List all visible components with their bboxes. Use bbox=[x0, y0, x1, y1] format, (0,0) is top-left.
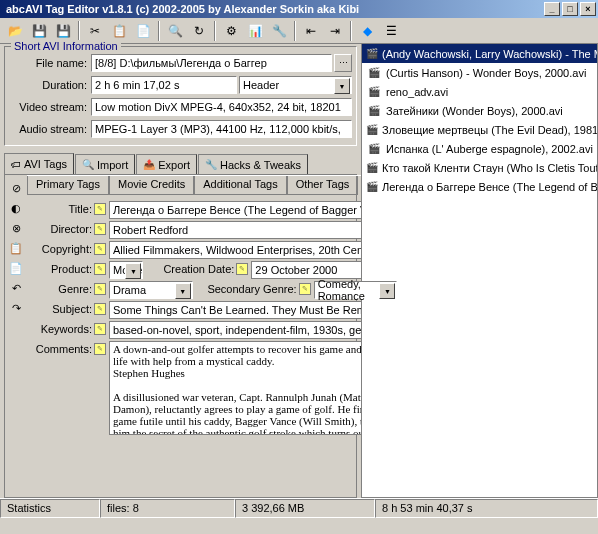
dirty-icon: ✎ bbox=[299, 283, 311, 295]
minimize-button[interactable]: _ bbox=[544, 2, 560, 16]
side-btn-4[interactable]: 📋 bbox=[7, 239, 25, 257]
status-files: files: 8 bbox=[100, 499, 235, 518]
file-list-dropdown[interactable]: 🎬(Andy Wachowski, Larry Wachowski) - The… bbox=[361, 44, 598, 498]
find-icon[interactable]: 🔍 bbox=[164, 20, 186, 42]
subtab-additional[interactable]: Additional Tags bbox=[194, 176, 286, 195]
hacks-icon: 🔧 bbox=[205, 159, 217, 170]
side-toolbar: ⊘ ◐ ⊗ 📋 📄 ↶ ↷ bbox=[5, 175, 27, 497]
open-icon[interactable]: 📂 bbox=[4, 20, 26, 42]
duration-label: Duration: bbox=[9, 79, 91, 91]
video-stream-label: Video stream: bbox=[9, 101, 91, 113]
list-item[interactable]: 🎬Кто такой Кленти Стаун (Who Is Cletis T… bbox=[362, 158, 597, 177]
keywords-input[interactable] bbox=[109, 321, 397, 339]
film-icon: 🎬 bbox=[366, 85, 382, 99]
tag-icon: 🏷 bbox=[11, 159, 21, 170]
side-btn-2[interactable]: ◐ bbox=[7, 199, 25, 217]
status-duration: 8 h 53 min 40,37 s bbox=[375, 499, 598, 518]
maximize-button[interactable]: □ bbox=[562, 2, 578, 16]
subtab-movie[interactable]: Movie Credits bbox=[109, 176, 194, 195]
status-size: 3 392,66 MB bbox=[235, 499, 375, 518]
title-input[interactable] bbox=[109, 201, 397, 219]
side-btn-7[interactable]: ↷ bbox=[7, 299, 25, 317]
avi-info-group: Short AVI Information File name: ⋯ Durat… bbox=[4, 46, 357, 146]
dirty-icon: ✎ bbox=[94, 283, 106, 295]
prev-icon[interactable]: ⇤ bbox=[300, 20, 322, 42]
comments-textarea[interactable]: A down-and-out golfer attempts to recove… bbox=[109, 341, 397, 435]
list-item[interactable]: 🎬(Andy Wachowski, Larry Wachowski) - The… bbox=[362, 44, 597, 63]
dirty-icon: ✎ bbox=[94, 203, 106, 215]
list-item[interactable]: 🎬Испанка (L' Auberge espagnole), 2002.av… bbox=[362, 139, 597, 158]
list-item[interactable]: 🎬(Curtis Hanson) - Wonder Boys, 2000.avi bbox=[362, 63, 597, 82]
product-combo[interactable]: Movie bbox=[109, 261, 143, 279]
primary-tags-form: Title:✎ Director:✎ Copyright:✎ Product:✎… bbox=[27, 195, 401, 497]
film-icon: 🎬 bbox=[366, 180, 378, 194]
list-item[interactable]: 🎬reno_adv.avi bbox=[362, 82, 597, 101]
status-label: Statistics bbox=[0, 499, 100, 518]
main-tabstrip: 🏷AVI Tags 🔍Import 📤Export 🔧Hacks & Tweak… bbox=[4, 150, 357, 174]
avi-info-legend: Short AVI Information bbox=[11, 40, 121, 52]
tab-hacks[interactable]: 🔧Hacks & Tweaks bbox=[198, 154, 308, 174]
film-icon: 🎬 bbox=[366, 161, 378, 175]
film-icon: 🎬 bbox=[366, 66, 382, 80]
window-title: abcAVI Tag Editor v1.8.1 (c) 2002-2005 b… bbox=[2, 3, 542, 15]
subtab-other[interactable]: Other Tags bbox=[287, 176, 359, 195]
list-icon[interactable]: ☰ bbox=[380, 20, 402, 42]
refresh-icon[interactable]: ↻ bbox=[188, 20, 210, 42]
secondary-genre-label: Secondary Genre: bbox=[193, 281, 298, 295]
file-name-input[interactable] bbox=[91, 54, 332, 72]
tool1-icon[interactable]: ⚙ bbox=[220, 20, 242, 42]
dirty-icon: ✎ bbox=[94, 323, 106, 335]
creation-date-label: Creation Date: bbox=[143, 261, 235, 275]
genre-combo[interactable]: Drama bbox=[109, 281, 193, 299]
browse-button[interactable]: ⋯ bbox=[334, 54, 352, 72]
title-bar: abcAVI Tag Editor v1.8.1 (c) 2002-2005 b… bbox=[0, 0, 598, 18]
tool2-icon[interactable]: 📊 bbox=[244, 20, 266, 42]
tool3-icon[interactable]: 🔧 bbox=[268, 20, 290, 42]
side-btn-3[interactable]: ⊗ bbox=[7, 219, 25, 237]
audio-stream-input[interactable] bbox=[91, 120, 352, 138]
duration-source-combo[interactable]: Header bbox=[239, 76, 352, 94]
save-all-icon[interactable]: 💾 bbox=[52, 20, 74, 42]
tab-avi-tags[interactable]: 🏷AVI Tags bbox=[4, 153, 74, 175]
file-name-label: File name: bbox=[9, 57, 91, 69]
film-icon: 🎬 bbox=[366, 104, 382, 118]
comments-label: Comments: bbox=[31, 341, 93, 355]
duration-input[interactable] bbox=[91, 76, 237, 94]
video-stream-input[interactable] bbox=[91, 98, 352, 116]
copy-icon[interactable]: 📋 bbox=[108, 20, 130, 42]
status-bar: Statistics files: 8 3 392,66 MB 8 h 53 m… bbox=[0, 498, 598, 518]
export-icon: 📤 bbox=[143, 159, 155, 170]
list-item[interactable]: 🎬Зловещие мертвецы (The Evil Dead), 1981… bbox=[362, 120, 597, 139]
copyright-label: Copyright: bbox=[31, 241, 93, 255]
subtab-primary[interactable]: Primary Tags bbox=[27, 176, 109, 195]
film-icon: 🎬 bbox=[366, 123, 378, 137]
subject-input[interactable] bbox=[109, 301, 397, 319]
save-icon[interactable]: 💾 bbox=[28, 20, 50, 42]
list-item[interactable]: 🎬Легенда о Баггере Венсе (The Legend of … bbox=[362, 177, 597, 196]
paste-icon[interactable]: 📄 bbox=[132, 20, 154, 42]
dirty-icon: ✎ bbox=[94, 223, 106, 235]
dirty-icon: ✎ bbox=[94, 343, 106, 355]
audio-stream-label: Audio stream: bbox=[9, 123, 91, 135]
import-icon: 🔍 bbox=[82, 159, 94, 170]
film-icon: 🎬 bbox=[366, 142, 382, 156]
tab-import[interactable]: 🔍Import bbox=[75, 154, 135, 174]
dirty-icon: ✎ bbox=[94, 263, 106, 275]
next-icon[interactable]: ⇥ bbox=[324, 20, 346, 42]
copyright-input[interactable] bbox=[109, 241, 397, 259]
director-input[interactable] bbox=[109, 221, 397, 239]
side-btn-1[interactable]: ⊘ bbox=[7, 179, 25, 197]
dirty-icon: ✎ bbox=[236, 263, 248, 275]
dirty-icon: ✎ bbox=[94, 303, 106, 315]
dirty-icon: ✎ bbox=[94, 243, 106, 255]
tab-export[interactable]: 📤Export bbox=[136, 154, 197, 174]
side-btn-5[interactable]: 📄 bbox=[7, 259, 25, 277]
side-btn-6[interactable]: ↶ bbox=[7, 279, 25, 297]
tag-panel: ⊘ ◐ ⊗ 📋 📄 ↶ ↷ Primary Tags Movie Credits… bbox=[4, 174, 357, 498]
close-button[interactable]: × bbox=[580, 2, 596, 16]
secondary-genre-combo[interactable]: Comedy, Romance bbox=[314, 281, 398, 299]
list-item[interactable]: 🎬Затейники (Wonder Boys), 2000.avi bbox=[362, 101, 597, 120]
sub-tabstrip: Primary Tags Movie Credits Additional Ta… bbox=[27, 175, 401, 195]
tag-icon[interactable]: ◆ bbox=[356, 20, 378, 42]
cut-icon[interactable]: ✂ bbox=[84, 20, 106, 42]
